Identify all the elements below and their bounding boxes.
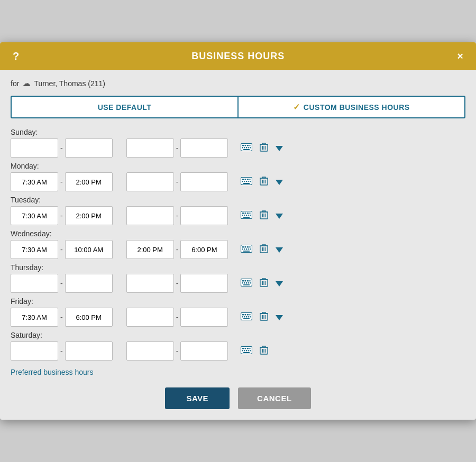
keyboard-icon-monday[interactable] [240, 175, 253, 189]
svg-rect-23 [244, 181, 245, 182]
day-label-thursday: Thursday: [11, 263, 465, 272]
slot2-start-sunday[interactable] [126, 138, 174, 158]
svg-marker-101 [276, 315, 283, 320]
modal-title: BUSINESS HOURS [23, 51, 453, 62]
slot2-group-saturday: - [126, 341, 228, 361]
dash2-friday: - [176, 313, 179, 321]
dash1-sunday: - [60, 144, 63, 152]
svg-rect-54 [247, 246, 249, 248]
dash2-saturday: - [176, 347, 179, 355]
business-hours-modal: ? BUSINESS HOURS × for ☁ Turner, Thomas … [0, 42, 476, 420]
svg-rect-88 [247, 314, 249, 316]
svg-rect-76 [248, 282, 249, 284]
arrow-down-icon-sunday[interactable] [274, 142, 284, 155]
custom-hours-label: CUSTOM BUSINESS HOURS [304, 103, 410, 112]
arrow-down-icon-thursday[interactable] [274, 277, 284, 290]
slot1-end-tuesday[interactable] [65, 206, 113, 225]
arrow-down-icon-monday[interactable] [274, 175, 284, 189]
action-icons-wednesday [240, 243, 284, 257]
arrow-down-icon-friday[interactable] [274, 311, 284, 324]
day-row-thursday: -- [11, 274, 465, 293]
slot2-end-friday[interactable] [180, 308, 228, 327]
day-section-monday: Monday:-- [11, 162, 465, 191]
slot1-start-thursday[interactable] [11, 274, 58, 293]
keyboard-icon-tuesday[interactable] [240, 209, 253, 223]
slot2-end-tuesday[interactable] [180, 206, 228, 225]
svg-rect-20 [247, 179, 249, 180]
svg-rect-70 [245, 280, 246, 282]
dash1-saturday: - [60, 347, 63, 355]
svg-rect-104 [245, 348, 246, 349]
trash-icon-saturday[interactable] [259, 344, 269, 358]
slot1-end-wednesday[interactable] [65, 240, 113, 259]
trash-icon-thursday[interactable] [259, 276, 269, 291]
slot1-end-sunday[interactable] [65, 138, 113, 158]
svg-rect-44 [243, 217, 250, 218]
custom-hours-button[interactable]: ✓ CUSTOM BUSINESS HOURS [238, 96, 465, 118]
svg-rect-36 [245, 212, 246, 214]
slot2-end-sunday[interactable] [180, 138, 228, 158]
svg-rect-60 [250, 248, 251, 250]
svg-rect-37 [247, 212, 249, 214]
use-default-button[interactable]: USE DEFAULT [11, 96, 238, 118]
trash-icon-monday[interactable] [259, 175, 269, 189]
trash-icon-tuesday[interactable] [259, 209, 269, 223]
svg-rect-106 [250, 348, 251, 349]
slot2-start-saturday[interactable] [126, 341, 174, 361]
save-button[interactable]: SAVE [165, 387, 230, 409]
keyboard-icon-wednesday[interactable] [240, 243, 253, 256]
slot1-end-monday[interactable] [65, 172, 113, 191]
arrow-down-icon-wednesday[interactable] [274, 243, 284, 256]
svg-rect-108 [244, 350, 245, 352]
slot1-end-saturday[interactable] [65, 341, 113, 361]
cloud-icon: ☁ [22, 78, 31, 88]
svg-rect-39 [242, 215, 243, 216]
slot1-end-friday[interactable] [65, 308, 113, 327]
trash-icon-sunday[interactable] [259, 141, 269, 155]
slot1-start-sunday[interactable] [11, 138, 58, 158]
keyboard-icon-thursday[interactable] [240, 277, 253, 290]
trash-icon-wednesday[interactable] [259, 243, 269, 257]
slot1-start-saturday[interactable] [11, 341, 58, 361]
arrow-down-icon-tuesday[interactable] [274, 209, 284, 223]
slot2-start-friday[interactable] [126, 308, 174, 327]
slot2-end-thursday[interactable] [180, 274, 228, 293]
slot2-start-thursday[interactable] [126, 274, 174, 293]
keyboard-icon-friday[interactable] [240, 311, 253, 324]
svg-marker-84 [276, 281, 283, 287]
slot2-start-tuesday[interactable] [126, 206, 174, 225]
svg-rect-26 [250, 181, 251, 182]
trash-icon-friday[interactable] [259, 310, 269, 325]
dash1-tuesday: - [60, 211, 63, 220]
slot2-end-saturday[interactable] [180, 341, 228, 361]
slot2-end-monday[interactable] [180, 172, 228, 191]
help-button[interactable]: ? [8, 48, 23, 64]
svg-rect-8 [248, 147, 249, 149]
slot1-end-thursday[interactable] [65, 274, 113, 293]
svg-rect-105 [247, 348, 249, 349]
slot1-group-friday: - [11, 308, 113, 327]
slot1-start-tuesday[interactable] [11, 206, 58, 225]
svg-rect-73 [242, 282, 243, 284]
slot1-start-monday[interactable] [11, 172, 58, 191]
svg-rect-58 [246, 248, 247, 250]
keyboard-icon-saturday[interactable] [240, 345, 253, 358]
slot2-start-wednesday[interactable] [126, 240, 174, 259]
close-button[interactable]: × [453, 48, 468, 64]
svg-rect-40 [244, 215, 245, 216]
svg-rect-52 [242, 246, 244, 248]
slot1-group-thursday: - [11, 274, 113, 293]
svg-marker-50 [276, 214, 283, 219]
slot1-start-wednesday[interactable] [11, 240, 58, 259]
svg-rect-78 [243, 284, 250, 285]
dash1-wednesday: - [60, 245, 63, 254]
svg-rect-35 [242, 212, 244, 214]
day-row-saturday: -- [11, 341, 465, 361]
slot2-end-wednesday[interactable] [180, 240, 228, 259]
preferred-business-hours-link[interactable]: Preferred business hours [11, 368, 93, 376]
user-name: Turner, Thomas (211) [34, 79, 105, 88]
cancel-button[interactable]: CANCEL [238, 387, 311, 409]
slot2-start-monday[interactable] [126, 172, 174, 191]
keyboard-icon-sunday[interactable] [240, 142, 253, 155]
slot1-start-friday[interactable] [11, 308, 58, 327]
